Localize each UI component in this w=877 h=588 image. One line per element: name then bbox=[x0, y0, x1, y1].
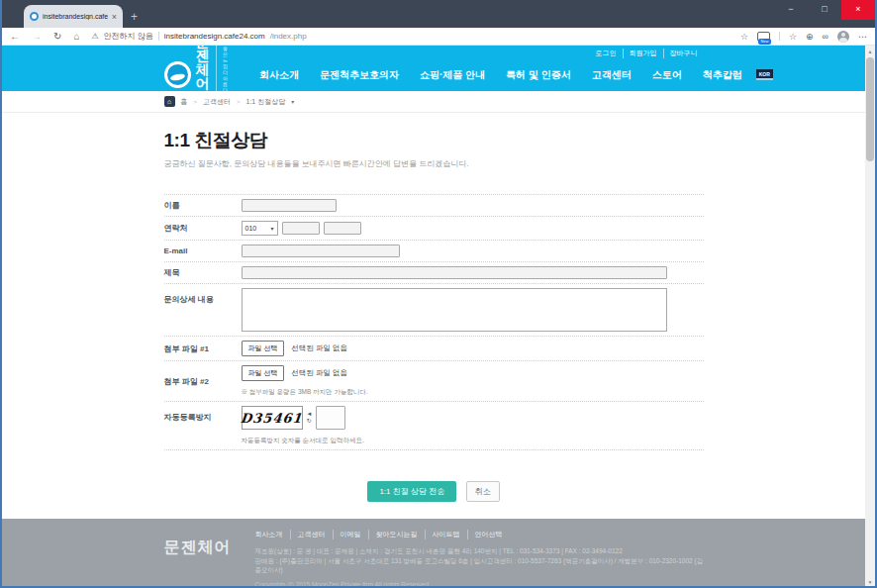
forward-icon[interactable]: → bbox=[32, 29, 42, 45]
file1-label: 첨부 파일 #1 bbox=[164, 343, 242, 354]
name-input[interactable] bbox=[242, 199, 337, 212]
url-domain: insitebrandesign.cafe24.com bbox=[164, 32, 265, 41]
email-input[interactable] bbox=[242, 245, 400, 257]
nav-item-patent[interactable]: 특허 및 인증서 bbox=[506, 68, 571, 82]
breadcrumb-level2[interactable]: 1:1 친절상담 bbox=[246, 97, 286, 107]
browser-window: insitebrandesign.cafe24.com/ind × + − □ … bbox=[0, 0, 877, 588]
toolbar-divider bbox=[779, 32, 780, 41]
file2-status: 선택된 파일 없음 bbox=[291, 368, 347, 378]
cart-link[interactable]: 장바구니 bbox=[663, 49, 704, 58]
scroll-up-icon[interactable]: ▲ bbox=[865, 46, 875, 57]
footer-link-directions[interactable]: 찾아오시는길 bbox=[368, 530, 425, 539]
profile-avatar[interactable] bbox=[837, 31, 849, 43]
back-icon[interactable]: ← bbox=[10, 29, 20, 45]
breadcrumb-dropdown-icon[interactable]: ▾ bbox=[291, 98, 294, 105]
nav-item-about[interactable]: 회사소개 bbox=[259, 68, 299, 82]
footer-link-company[interactable]: 회사소개 bbox=[255, 530, 290, 539]
phone-prefix-value: 010 bbox=[245, 225, 257, 232]
form-row-file1: 첨부 파일 #1 파일 선택 선택된 파일 없음 bbox=[164, 337, 704, 361]
captcha-refresh-icon[interactable]: ↻ bbox=[307, 418, 313, 425]
nav-item-support[interactable]: 고객센터 bbox=[592, 68, 632, 82]
scrollbar-thumb[interactable] bbox=[866, 57, 874, 161]
collections-icon[interactable]: ⊕ bbox=[806, 30, 814, 44]
footer-link-sitemap[interactable]: 사이트맵 bbox=[425, 530, 467, 539]
signup-link[interactable]: 회원가입 bbox=[623, 49, 663, 58]
login-link[interactable]: 로그인 bbox=[590, 49, 623, 58]
page-subtitle: 궁금하신 질문사항, 문의상담 내용들을 보내주시면 빠른시간안에 답변을 드리… bbox=[164, 158, 704, 169]
browser-titlebar: insitebrandesign.cafe24.com/ind × + − □ … bbox=[2, 0, 875, 28]
add-favorite-icon[interactable]: ☆ bbox=[789, 30, 797, 44]
footer-link-support[interactable]: 고객센터 bbox=[290, 530, 333, 539]
page-scrollbar[interactable]: ▲ ▼ bbox=[865, 46, 875, 588]
browser-tab[interactable]: insitebrandesign.cafe24.com/ind × bbox=[24, 5, 123, 28]
form-row-content: 문의상세 내용 bbox=[164, 284, 704, 337]
captcha-tools: ◄ ↻ bbox=[307, 411, 313, 425]
link-icon[interactable]: ∞ bbox=[823, 30, 828, 44]
new-tab-button[interactable]: + bbox=[131, 11, 138, 23]
footer-info-line2: 판매원 : (주)출판코리아 | 서울 서초구 서초대로 131 방배동 로고스… bbox=[255, 556, 704, 575]
phone-middle-input[interactable] bbox=[282, 222, 320, 235]
consultation-form: 이름 연락처 010 ▾ bbox=[164, 194, 704, 450]
breadcrumb-level1[interactable]: 고객센터 bbox=[203, 97, 231, 107]
file-size-note: ※ 첨부파일 용량은 3MB 까지만 가능합니다. bbox=[242, 388, 479, 397]
captcha-input[interactable] bbox=[316, 406, 345, 430]
form-row-email: E-mail bbox=[164, 241, 704, 262]
file2-label: 첨부 파일 #2 bbox=[164, 376, 242, 387]
header-band: 문젠체어 문젠 척추 보호 의자 더 편안한 호흡 더 좋은 느낌 더 아름다운… bbox=[2, 58, 865, 91]
footer-logo: 문젠체어 bbox=[164, 538, 232, 558]
new-badge: New bbox=[758, 39, 771, 45]
scroll-down-icon[interactable]: ▼ bbox=[865, 576, 875, 588]
site-page: 로그인 회원가입 장바구니 문젠체어 문젠 척추 보호 의자 bbox=[2, 46, 865, 588]
browser-urlbar: ← → ↻ ⌂ ⚠ 안전하지 않음 insitebrandesign.cafe2… bbox=[2, 28, 875, 46]
browser-essentials-icon[interactable]: New bbox=[757, 32, 770, 42]
form-row-file2: 첨부 파일 #2 파일 선택 선택된 파일 없음 ※ 첨부파일 용량은 3MB … bbox=[164, 361, 704, 402]
security-label: 안전하지 않음 bbox=[104, 31, 153, 42]
home-icon[interactable]: ⌂ bbox=[73, 29, 79, 45]
utility-band: 로그인 회원가입 장바구니 bbox=[2, 46, 865, 58]
breadcrumb-separator-icon: > bbox=[237, 99, 241, 105]
address-bar[interactable]: ⚠ 안전하지 않음 insitebrandesign.cafe24.com /i… bbox=[91, 31, 739, 42]
phone-last-input[interactable] bbox=[324, 222, 361, 235]
file1-select-button[interactable]: 파일 선택 bbox=[242, 341, 285, 356]
content-label: 문의상세 내용 bbox=[164, 288, 242, 305]
captcha-note: 자동등록방지 숫자를 순서대로 입력하세요. bbox=[242, 437, 473, 445]
name-label: 이름 bbox=[164, 200, 242, 211]
content-textarea[interactable] bbox=[242, 288, 667, 332]
window-controls: − □ × bbox=[774, 0, 875, 20]
main-content: 1:1 친절상담 궁금하신 질문사항, 문의상담 내용들을 보내주시면 빠른시간… bbox=[2, 113, 865, 519]
captcha-code: D35461 bbox=[240, 411, 303, 426]
breadcrumb-band: ⌂ 홈 > 고객센터 > 1:1 친절상담 ▾ bbox=[2, 91, 865, 113]
tab-close-icon[interactable]: × bbox=[112, 12, 117, 22]
form-actions: 1:1 친절 상담 전송 취소 bbox=[164, 480, 704, 502]
language-badge[interactable]: KOR bbox=[756, 69, 773, 80]
minimize-button[interactable]: − bbox=[774, 0, 808, 20]
site-footer: 문젠체어 회사소개 고객센터 이메일 찾아오시는길 사이트맵 언어선택 제조원(… bbox=[2, 519, 865, 588]
footer-links: 회사소개 고객센터 이메일 찾아오시는길 사이트맵 언어선택 bbox=[255, 530, 704, 539]
nav-item-chair[interactable]: 문젠척추보호의자 bbox=[320, 68, 399, 82]
file2-select-button[interactable]: 파일 선택 bbox=[242, 365, 285, 381]
site-favicon-icon bbox=[30, 12, 39, 21]
form-row-name: 이름 bbox=[164, 195, 704, 217]
refresh-icon[interactable]: ↻ bbox=[53, 29, 61, 45]
logo-title: 문젠체어 bbox=[196, 46, 210, 90]
more-menu-icon[interactable]: ⋯ bbox=[858, 30, 867, 44]
footer-link-email[interactable]: 이메일 bbox=[333, 530, 368, 539]
nav-item-shopping[interactable]: 쇼핑·제품 안내 bbox=[420, 68, 485, 82]
cancel-button[interactable]: 취소 bbox=[466, 481, 500, 502]
close-window-button[interactable]: × bbox=[841, 0, 875, 20]
phone-prefix-select[interactable]: 010 ▾ bbox=[242, 221, 278, 236]
captcha-image: D35461 bbox=[242, 406, 303, 430]
main-nav: 회사소개 문젠척추보호의자 쇼핑·제품 안내 특허 및 인증서 고객센터 스토어… bbox=[259, 68, 742, 82]
tab-title: insitebrandesign.cafe24.com/ind bbox=[43, 13, 108, 20]
breadcrumb-home-icon[interactable]: ⌂ bbox=[164, 96, 175, 107]
captcha-audio-icon[interactable]: ◄ bbox=[307, 411, 313, 418]
footer-link-language[interactable]: 언어선택 bbox=[467, 530, 510, 539]
logo-mark-icon bbox=[164, 61, 191, 88]
favorites-icon[interactable]: ☆ bbox=[740, 30, 748, 44]
nav-item-column[interactable]: 척추칼럼 bbox=[703, 68, 742, 82]
breadcrumb-home[interactable]: 홈 bbox=[181, 97, 188, 107]
subject-input[interactable] bbox=[242, 266, 667, 279]
nav-item-store[interactable]: 스토어 bbox=[652, 68, 682, 82]
maximize-button[interactable]: □ bbox=[808, 0, 841, 20]
submit-button[interactable]: 1:1 친절 상담 전송 bbox=[367, 481, 456, 502]
